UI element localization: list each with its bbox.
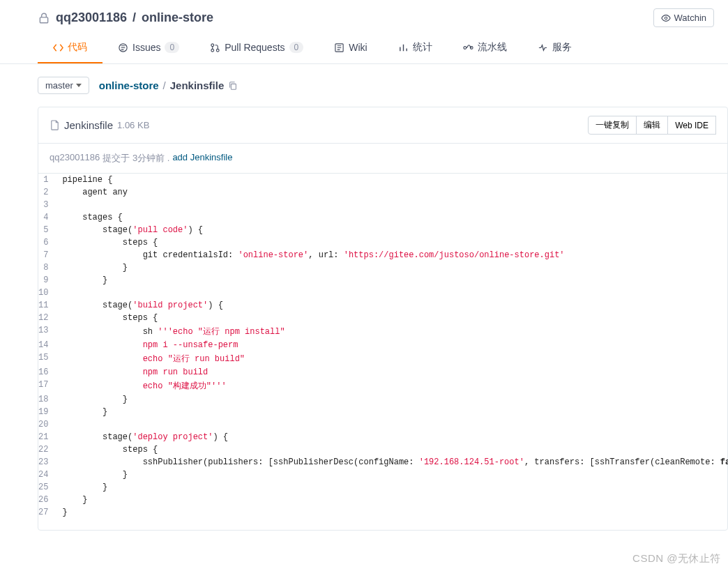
line-content: } bbox=[56, 274, 728, 287]
line-content bbox=[56, 287, 728, 299]
line-content: } bbox=[56, 506, 728, 519]
lock-icon bbox=[38, 12, 50, 24]
code-line: 17 echo "构建成功"''' bbox=[38, 379, 728, 393]
repo-title: qq23001186 / online-store bbox=[38, 10, 213, 25]
watch-button[interactable]: Watchin bbox=[653, 8, 714, 27]
eye-icon bbox=[661, 13, 671, 23]
tab-pipeline-label: 流水线 bbox=[478, 41, 507, 54]
line-number[interactable]: 18 bbox=[38, 393, 56, 406]
tab-stats[interactable]: 统计 bbox=[383, 33, 448, 63]
code-line: 8 } bbox=[38, 261, 728, 274]
line-number[interactable]: 14 bbox=[38, 339, 56, 351]
code-line: 1pipeline { bbox=[38, 174, 728, 186]
line-number[interactable]: 3 bbox=[38, 199, 56, 211]
line-number[interactable]: 13 bbox=[38, 324, 56, 339]
repo-name[interactable]: online-store bbox=[142, 10, 213, 25]
code-line: 27} bbox=[38, 506, 728, 519]
line-content: git credentialsId: 'online-store', url: … bbox=[56, 249, 728, 261]
tab-service-label: 服务 bbox=[552, 41, 572, 54]
commit-message-link[interactable]: add Jenkinsfile bbox=[172, 152, 232, 165]
line-number[interactable]: 26 bbox=[38, 494, 56, 506]
code-icon bbox=[53, 43, 63, 53]
line-number[interactable]: 24 bbox=[38, 469, 56, 481]
tab-issues[interactable]: Issues 0 bbox=[103, 33, 195, 63]
code-line: 3 bbox=[38, 199, 728, 211]
line-number[interactable]: 6 bbox=[38, 236, 56, 249]
webide-button[interactable]: Web IDE bbox=[667, 116, 716, 135]
wiki-icon bbox=[334, 43, 344, 53]
tabs: 代码 Issues 0 Pull Requests 0 Wiki 统计 流水线 … bbox=[0, 33, 728, 64]
tab-pullrequests[interactable]: Pull Requests 0 bbox=[195, 33, 319, 63]
line-number[interactable]: 23 bbox=[38, 456, 56, 469]
line-content: stages { bbox=[56, 211, 728, 224]
code-line: 19 } bbox=[38, 406, 728, 418]
stats-icon bbox=[398, 43, 409, 53]
line-content: } bbox=[56, 469, 728, 481]
line-number[interactable]: 11 bbox=[38, 299, 56, 312]
line-number[interactable]: 2 bbox=[38, 186, 56, 199]
tab-stats-label: 统计 bbox=[413, 41, 432, 54]
watch-label: Watchin bbox=[674, 13, 706, 23]
tab-service[interactable]: 服务 bbox=[522, 33, 587, 63]
tab-pipeline[interactable]: 流水线 bbox=[448, 33, 522, 63]
line-number[interactable]: 8 bbox=[38, 261, 56, 274]
code-line: 12 steps { bbox=[38, 312, 728, 324]
pr-icon bbox=[210, 43, 220, 53]
tab-pr-label: Pull Requests bbox=[225, 42, 285, 53]
service-icon bbox=[538, 43, 548, 53]
code-line: 9 } bbox=[38, 274, 728, 287]
line-number[interactable]: 5 bbox=[38, 224, 56, 236]
tab-wiki-label: Wiki bbox=[349, 42, 367, 53]
pipeline-icon bbox=[463, 43, 473, 53]
line-number[interactable]: 10 bbox=[38, 287, 56, 299]
line-number[interactable]: 7 bbox=[38, 249, 56, 261]
horizontal-scrollbar[interactable] bbox=[38, 519, 727, 530]
line-content: stage('pull code') { bbox=[56, 224, 728, 236]
issues-count: 0 bbox=[165, 42, 179, 53]
line-content: steps { bbox=[56, 236, 728, 249]
tab-code[interactable]: 代码 bbox=[38, 33, 103, 63]
breadcrumb-file: Jenkinsfile bbox=[170, 79, 225, 91]
line-number[interactable]: 15 bbox=[38, 351, 56, 366]
code-line: 15 echo "运行 run build" bbox=[38, 351, 728, 366]
file-size: 1.06 KB bbox=[117, 120, 149, 130]
line-number[interactable]: 4 bbox=[38, 211, 56, 224]
line-number[interactable]: 21 bbox=[38, 431, 56, 443]
line-number[interactable]: 12 bbox=[38, 312, 56, 324]
copy-icon[interactable] bbox=[228, 81, 238, 91]
line-content: echo "运行 run build" bbox=[56, 351, 728, 366]
line-number[interactable]: 9 bbox=[38, 274, 56, 287]
edit-button[interactable]: 编辑 bbox=[636, 116, 668, 135]
line-number[interactable]: 22 bbox=[38, 443, 56, 456]
code-table: 1pipeline {2 agent any34 stages {5 stage… bbox=[38, 174, 728, 519]
svg-point-4 bbox=[211, 49, 214, 52]
chevron-down-icon bbox=[76, 84, 82, 87]
tab-wiki[interactable]: Wiki bbox=[319, 33, 382, 63]
code-line: 5 stage('pull code') { bbox=[38, 224, 728, 236]
line-number[interactable]: 17 bbox=[38, 379, 56, 393]
svg-rect-0 bbox=[40, 17, 47, 22]
line-number[interactable]: 16 bbox=[38, 366, 56, 379]
line-content bbox=[56, 199, 728, 211]
breadcrumb-root[interactable]: online-store bbox=[99, 79, 159, 91]
code-line: 11 stage('build project') { bbox=[38, 299, 728, 312]
line-number[interactable]: 20 bbox=[38, 418, 56, 431]
code-line: 14 npm i --unsafe-perm bbox=[38, 339, 728, 351]
repo-owner[interactable]: qq23001186 bbox=[56, 10, 127, 25]
line-number[interactable]: 25 bbox=[38, 481, 56, 494]
line-number[interactable]: 19 bbox=[38, 406, 56, 418]
line-content: sh '''echo "运行 npm install" bbox=[56, 324, 728, 339]
line-number[interactable]: 1 bbox=[38, 174, 56, 186]
pr-count: 0 bbox=[289, 42, 304, 53]
line-content: } bbox=[56, 261, 728, 274]
line-content: steps { bbox=[56, 312, 728, 324]
commit-info: qq23001186 提交于 3分钟前 . add Jenkinsfile bbox=[38, 144, 727, 174]
commit-meta: 提交于 3分钟前 . bbox=[103, 152, 169, 165]
line-content: } bbox=[56, 481, 728, 494]
line-content: } bbox=[56, 494, 728, 506]
tab-code-label: 代码 bbox=[68, 41, 87, 54]
copy-button[interactable]: 一键复制 bbox=[588, 116, 637, 135]
branch-select[interactable]: master bbox=[38, 77, 89, 94]
code-line: 10 bbox=[38, 287, 728, 299]
line-number[interactable]: 27 bbox=[38, 506, 56, 519]
